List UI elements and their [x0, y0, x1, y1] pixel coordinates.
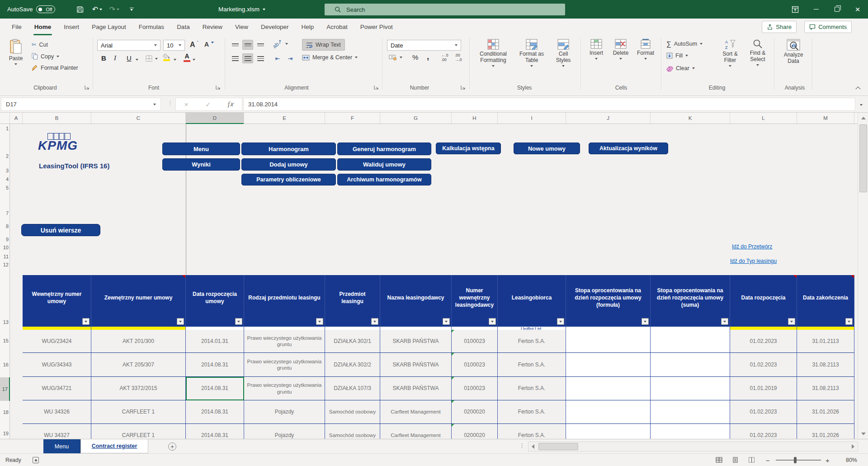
table-cell[interactable]: AKT 201/300: [91, 330, 186, 352]
row-header[interactable]: 2: [0, 152, 9, 160]
filter-button[interactable]: [82, 318, 90, 325]
nav-button-aktualizacja-wynikow[interactable]: Aktualizacja wyników: [589, 143, 668, 154]
conditional-formatting-button[interactable]: Conditional Formatting: [474, 39, 513, 67]
decrease-decimal-button[interactable]: .00→.0: [455, 53, 462, 62]
table-cell[interactable]: 2014.08.31: [186, 400, 244, 423]
increase-indent-button[interactable]: ⇥: [285, 53, 296, 63]
save-icon[interactable]: [72, 3, 88, 16]
column-header-g[interactable]: G: [380, 113, 452, 124]
table-cell[interactable]: [651, 400, 730, 423]
font-color-dropdown-icon[interactable]: [193, 59, 195, 61]
underline-button[interactable]: U: [127, 54, 132, 62]
filter-button[interactable]: [489, 318, 496, 325]
column-header-e[interactable]: E: [244, 113, 325, 124]
table-cell[interactable]: 01.02.2023: [730, 330, 797, 352]
alignment-dialog-launcher-icon[interactable]: [373, 85, 380, 91]
table-cell[interactable]: AKT 205/307: [91, 353, 186, 376]
table-cell[interactable]: 0100023: [452, 377, 498, 400]
link-idz-do-typ-leasingu[interactable]: Idź do Typ leasingu: [730, 258, 777, 264]
tab-file[interactable]: File: [5, 19, 28, 35]
vertical-scroll-thumb[interactable]: [859, 124, 867, 192]
table-cell[interactable]: AKT 3372/2015: [91, 377, 186, 400]
table-cell[interactable]: 0200020: [452, 424, 498, 439]
sheet-tab-contract-register[interactable]: Contract register: [80, 439, 148, 453]
table-cell[interactable]: Prawo wieczystego użytkowania gruntu: [244, 377, 325, 400]
filter-button[interactable]: [721, 318, 728, 325]
table-cell[interactable]: Samochód osobowy: [325, 400, 380, 423]
search-input[interactable]: Search: [325, 4, 565, 15]
increase-decimal-button[interactable]: ←.0.00: [441, 53, 448, 62]
table-cell[interactable]: DZIAŁKA 107/3: [325, 377, 380, 400]
find-select-button[interactable]: Find & Select: [745, 39, 770, 66]
tab-page-layout[interactable]: Page Layout: [85, 19, 132, 35]
table-cell[interactable]: 31.08.2113: [797, 353, 854, 376]
row-header-selected[interactable]: 17: [0, 377, 10, 401]
row-header[interactable]: 8: [0, 223, 9, 230]
confirm-entry-icon[interactable]: ✓: [205, 101, 211, 108]
table-cell[interactable]: [566, 400, 651, 423]
row-header[interactable]: 13: [0, 319, 9, 326]
font-color-button[interactable]: A: [184, 52, 190, 62]
table-cell[interactable]: WUG/34721: [23, 377, 91, 400]
vertical-scrollbar[interactable]: [858, 113, 868, 439]
column-header-d[interactable]: D: [186, 113, 244, 124]
tab-developer[interactable]: Developer: [255, 19, 295, 35]
row-header[interactable]: 5: [0, 184, 9, 191]
filter-button[interactable]: [642, 318, 649, 325]
nav-button-wyniki[interactable]: Wyniki: [162, 158, 240, 171]
nav-button-generuj-harmonogram[interactable]: Generuj harmonogram: [337, 143, 431, 155]
scroll-right-icon[interactable]: [849, 442, 858, 451]
table-cell[interactable]: DZIAŁKA 302/1: [325, 330, 380, 352]
font-dialog-launcher-icon[interactable]: [215, 85, 222, 91]
tab-review[interactable]: Review: [196, 19, 229, 35]
fill-color-dropdown-icon[interactable]: [174, 59, 176, 61]
document-title[interactable]: Marketing.xlsm: [206, 0, 278, 19]
font-name-select[interactable]: Arial: [97, 40, 160, 51]
filter-button[interactable]: [316, 318, 323, 325]
row-header[interactable]: 15: [0, 337, 9, 344]
table-cell[interactable]: SKARB PAŃSTWA: [380, 377, 452, 400]
borders-button[interactable]: [146, 55, 158, 62]
table-cell[interactable]: Prawo wieczystego użytkowania gruntu: [244, 353, 325, 376]
table-cell[interactable]: [566, 377, 651, 400]
nav-button-harmonogram[interactable]: Harmonogram: [241, 143, 336, 155]
table-cell[interactable]: 01.02.2023: [730, 400, 797, 423]
filter-button[interactable]: [845, 318, 853, 325]
zoom-level[interactable]: 80%: [837, 454, 857, 466]
undo-button[interactable]: ↶: [90, 3, 105, 16]
view-page-layout-icon[interactable]: [728, 454, 742, 466]
table-cell[interactable]: Samochód osobowy: [325, 424, 380, 439]
delete-cells-button[interactable]: Delete: [609, 39, 632, 60]
fill-button[interactable]: Fill: [666, 52, 688, 59]
row-header[interactable]: 19: [0, 430, 9, 437]
filter-button[interactable]: [177, 318, 184, 325]
table-cell[interactable]: 01.01.2019: [730, 377, 797, 400]
collapse-ribbon-icon[interactable]: [856, 86, 862, 91]
delete-rows-button[interactable]: Usuń wiersze: [21, 224, 100, 236]
shrink-font-button[interactable]: A: [204, 41, 214, 48]
table-cell[interactable]: 31.01.2113: [797, 330, 854, 352]
filter-button[interactable]: [371, 318, 378, 325]
row-header[interactable]: 11: [0, 253, 9, 260]
cancel-entry-icon[interactable]: ×: [184, 100, 189, 108]
filter-button[interactable]: [235, 318, 242, 325]
scroll-up-icon[interactable]: [858, 113, 868, 123]
align-middle-button[interactable]: [242, 40, 253, 50]
close-icon[interactable]: ×: [847, 0, 868, 19]
cut-button[interactable]: ✂Cut: [32, 41, 48, 48]
row-header[interactable]: 10: [0, 244, 9, 251]
format-painter-button[interactable]: Format Painter: [32, 65, 78, 71]
column-header-a[interactable]: A: [10, 113, 23, 124]
analyze-data-button[interactable]: AnalyzeData: [778, 39, 808, 65]
table-cell[interactable]: Ferton S.A.: [498, 330, 566, 352]
accounting-format-button[interactable]: [389, 54, 402, 61]
formula-input[interactable]: 31.08.2014: [243, 98, 855, 111]
sort-filter-button[interactable]: AZ Sort & Filter: [717, 39, 743, 67]
table-cell[interactable]: Ferton S.A.: [498, 377, 566, 400]
row-header[interactable]: 7: [0, 209, 9, 217]
table-cell[interactable]: 2014.08.31: [186, 353, 244, 376]
align-center-button[interactable]: [242, 53, 253, 63]
nav-button-menu[interactable]: Menu: [162, 143, 240, 155]
fill-color-button[interactable]: [163, 53, 170, 61]
font-size-select[interactable]: 10: [163, 40, 185, 51]
